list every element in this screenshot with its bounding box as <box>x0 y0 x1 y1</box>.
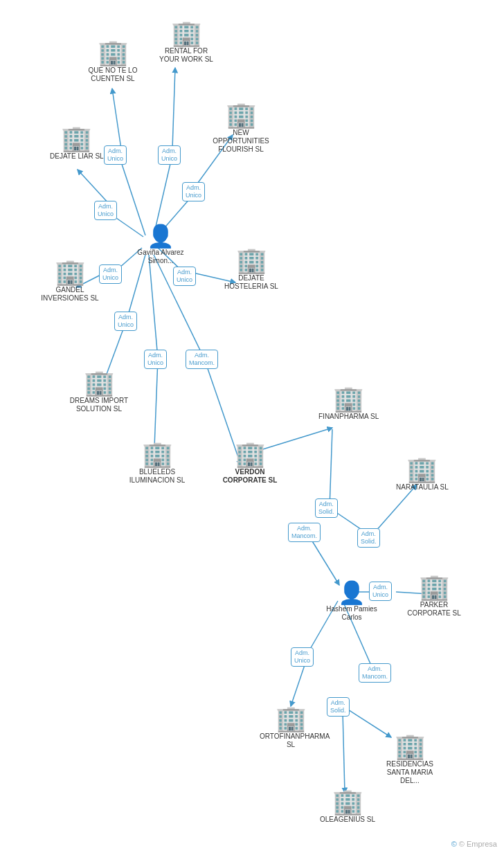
company-label-finanpharma: FINANPHARMA SL <box>318 413 379 421</box>
company-label-verdon: VERDON CORPORATE SL <box>219 468 281 485</box>
svg-line-19 <box>330 429 332 509</box>
node-gavina: 👤 Gaviña Alvarez Simon... <box>133 225 188 265</box>
svg-line-14 <box>149 255 158 359</box>
company-icon-dejate-hosteleria: 🏢 <box>236 248 267 273</box>
person-label-hashem: Hashem Pamies Carlos <box>324 605 379 622</box>
company-icon-residencias: 🏢 <box>395 734 426 759</box>
svg-line-1 <box>112 89 121 149</box>
person-icon-gavina: 👤 <box>147 225 174 247</box>
badge-b14: Adm.Unico <box>291 647 314 667</box>
badge-b10: Adm.Solid. <box>315 498 338 518</box>
node-oleagenius: 🏢 OLEAGENIUS SL <box>320 789 375 824</box>
node-que-no-te: 🏢 QUE NO TE LO CUENTEN SL <box>82 40 144 83</box>
company-icon-dejate-liar: 🏢 <box>61 126 92 151</box>
badge-b1: Adm.Unico <box>104 145 127 165</box>
company-label-residencias: RESIDENCIAS SANTA MARIA DEL... <box>379 760 441 785</box>
node-finanpharma: 🏢 FINANPHARMA SL <box>318 386 379 421</box>
node-residencias: 🏢 RESIDENCIAS SANTA MARIA DEL... <box>379 734 441 785</box>
company-label-new-opp: NEW OPPORTUNITIES FLOURISH SL <box>210 129 272 154</box>
badge-b7: Adm.Unico <box>114 312 137 331</box>
company-label-narataulia: NARATAULIA SL <box>396 483 449 492</box>
svg-line-22 <box>312 540 339 585</box>
badge-b5: Adm.Unico <box>99 264 122 284</box>
node-rental-for: 🏢 RENTAL FOR YOUR WORK SL <box>155 21 217 64</box>
company-icon-dreams-import: 🏢 <box>84 370 115 395</box>
node-narataulia: 🏢 NARATAULIA SL <box>396 457 449 492</box>
node-verdon: 🏢 VERDON CORPORATE SL <box>219 442 281 485</box>
company-label-que-no-te: QUE NO TE LO CUENTEN SL <box>82 66 144 83</box>
svg-line-21 <box>375 485 417 532</box>
company-icon-ortofinanpharma: 🏢 <box>276 706 307 731</box>
company-icon-parker: 🏢 <box>419 575 450 600</box>
person-icon-hashem: 👤 <box>338 582 366 604</box>
badge-b9: Adm.Mancom. <box>186 350 218 369</box>
svg-line-29 <box>343 712 345 793</box>
node-parker: 🏢 PARKER CORPORATE SL <box>403 575 465 618</box>
company-label-dejate-hosteleria: DEJATE HOSTELERIA SL <box>220 274 282 291</box>
person-label-gavina: Gaviña Alvarez Simon... <box>133 249 188 265</box>
badge-b12: Adm.Mancom. <box>288 523 321 542</box>
badge-b13: Adm.Unico <box>369 582 392 601</box>
company-icon-blueleds: 🏢 <box>142 442 173 467</box>
svg-line-3 <box>172 68 175 149</box>
watermark: © © Empresa <box>451 840 497 848</box>
company-icon-que-no-te: 🏢 <box>98 40 129 65</box>
badge-b15: Adm.Mancom. <box>359 663 391 683</box>
company-icon-oleagenius: 🏢 <box>332 789 363 814</box>
node-gandel: 🏢 GANDEL INVERSIONES SL <box>39 260 101 303</box>
company-icon-gandel: 🏢 <box>55 260 86 285</box>
company-label-parker: PARKER CORPORATE SL <box>403 601 465 618</box>
node-blueleds: 🏢 BLUELEDS ILUMINACION SL <box>126 442 188 485</box>
badge-b2: Adm.Unico <box>158 145 181 165</box>
watermark-text: © Empresa <box>459 840 497 848</box>
company-label-dreams-import: DREAMS IMPORT SOLUTION SL <box>68 397 130 413</box>
badge-b6: Adm.Unico <box>173 267 196 286</box>
node-ortofinanpharma: 🏢 ORTOFINANPHARMA SL <box>260 706 322 749</box>
company-icon-narataulia: 🏢 <box>406 457 438 482</box>
badge-b11: Adm.Solid. <box>357 528 380 548</box>
company-label-oleagenius: OLEAGENIUS SL <box>320 816 375 824</box>
svg-line-28 <box>343 706 391 737</box>
company-label-rental-for: RENTAL FOR YOUR WORK SL <box>155 47 217 64</box>
badge-b3: Adm.Unico <box>182 182 205 201</box>
company-icon-new-opp: 🏢 <box>226 102 257 127</box>
company-icon-verdon: 🏢 <box>235 442 266 467</box>
company-label-gandel: GANDEL INVERSIONES SL <box>39 286 101 303</box>
company-icon-finanpharma: 🏢 <box>333 386 364 411</box>
company-label-dejate-liar: DEJATE LIAR SL <box>50 152 104 161</box>
company-label-blueleds: BLUELEDS ILUMINACION SL <box>126 468 188 485</box>
badge-b4: Adm.Unico <box>94 201 117 220</box>
badge-b16: Adm.Solid. <box>327 697 350 717</box>
node-new-opp: 🏢 NEW OPPORTUNITIES FLOURISH SL <box>210 102 272 154</box>
node-dejate-liar: 🏢 DEJATE LIAR SL <box>50 126 104 161</box>
badge-b8: Adm.Unico <box>144 350 167 369</box>
company-label-ortofinanpharma: ORTOFINANPHARMA SL <box>260 732 322 749</box>
node-dreams-import: 🏢 DREAMS IMPORT SOLUTION SL <box>68 370 130 413</box>
diagram-container: 🏢 QUE NO TE LO CUENTEN SL 🏢 RENTAL FOR Y… <box>0 0 504 855</box>
company-icon-rental-for: 🏢 <box>171 21 202 46</box>
svg-line-7 <box>78 170 109 204</box>
node-dejate-hosteleria: 🏢 DEJATE HOSTELERIA SL <box>220 248 282 291</box>
svg-line-0 <box>119 156 145 235</box>
